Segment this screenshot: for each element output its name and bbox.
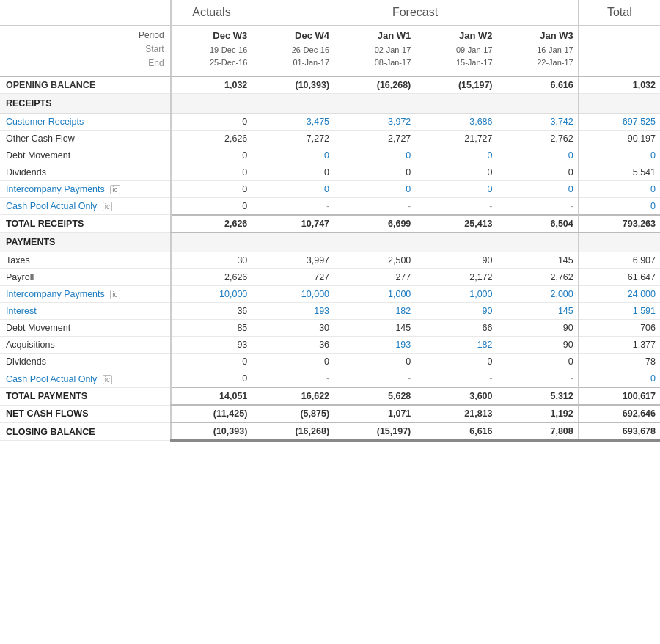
label-intercompany-payments-receipts: Intercompany Payments ic (0, 180, 171, 197)
value-intercompany-payments-receipts-4: 0 (497, 180, 579, 197)
row-debt-movement-receipts: Debt Movement000000 (0, 147, 660, 164)
value-debt-movement-receipts-5: 0 (579, 147, 660, 164)
label-debt-movement-pay: Debt Movement (0, 320, 171, 337)
period-label-header: Period Start End (0, 26, 171, 76)
value-dividends-pay-3: 0 (415, 354, 496, 370)
value-cash-pool-actual-receipts-1: - (252, 197, 334, 215)
value-cash-pool-actual-receipts-5: 0 (579, 197, 660, 215)
value-intercompany-payments-pay-5: 24,000 (579, 286, 660, 303)
row-intercompany-payments-receipts: Intercompany Payments ic000000 (0, 180, 660, 197)
value-total-receipts-3: 25,413 (415, 215, 496, 233)
value-cash-pool-actual-pay-5: 0 (579, 370, 660, 388)
label-customer-receipts: Customer Receipts (0, 113, 171, 130)
main-table-container: Actuals Forecast Total Period Start End … (0, 0, 660, 442)
value-payroll-5: 61,647 (579, 269, 660, 286)
value-cash-pool-actual-receipts-3: - (415, 197, 496, 215)
label-total-receipts: TOTAL RECEIPTS (0, 215, 171, 233)
value-acquisitions-3: 182 (415, 337, 496, 354)
value-acquisitions-1: 36 (252, 337, 334, 354)
label-net-cash-flows: NET CASH FLOWS (0, 405, 171, 422)
value-total-payments-5: 100,617 (579, 387, 660, 405)
value-debt-movement-pay-0: 85 (171, 320, 252, 337)
label-other-cash-flow: Other Cash Flow (0, 130, 171, 147)
value-intercompany-payments-receipts-2: 0 (334, 180, 415, 197)
value-customer-receipts-5: 697,525 (579, 113, 660, 130)
value-payments-header-1 (252, 233, 334, 252)
value-interest-3: 90 (415, 303, 496, 320)
section-header-row: Actuals Forecast Total (0, 0, 660, 26)
label-payroll: Payroll (0, 269, 171, 286)
value-dividends-receipts-0: 0 (171, 164, 252, 180)
value-payments-header-5 (579, 233, 660, 252)
row-interest: Interest36193182901451,591 (0, 303, 660, 320)
value-debt-movement-pay-1: 30 (252, 320, 334, 337)
value-interest-0: 36 (171, 303, 252, 320)
value-net-cash-flows-2: 1,071 (334, 405, 415, 422)
value-payroll-1: 727 (252, 269, 334, 286)
value-acquisitions-2: 193 (334, 337, 415, 354)
value-taxes-1: 3,997 (252, 252, 334, 269)
value-total-receipts-5: 793,263 (579, 215, 660, 233)
value-intercompany-payments-receipts-5: 0 (579, 180, 660, 197)
row-total-payments: TOTAL PAYMENTS14,05116,6225,6283,6005,31… (0, 387, 660, 405)
value-intercompany-payments-pay-3: 1,000 (415, 286, 496, 303)
value-total-payments-4: 5,312 (497, 387, 579, 405)
value-customer-receipts-3: 3,686 (415, 113, 496, 130)
value-interest-4: 145 (497, 303, 579, 320)
row-payments-header: PAYMENTS (0, 233, 660, 252)
value-debt-movement-receipts-4: 0 (497, 147, 579, 164)
value-debt-movement-pay-3: 66 (415, 320, 496, 337)
value-cash-pool-actual-receipts-4: - (497, 197, 579, 215)
value-customer-receipts-0: 0 (171, 113, 252, 130)
row-other-cash-flow: Other Cash Flow2,6267,2722,72721,7272,76… (0, 130, 660, 147)
value-total-payments-1: 16,622 (252, 387, 334, 405)
value-taxes-4: 145 (497, 252, 579, 269)
empty-header (0, 0, 171, 26)
row-dividends-receipts: Dividends000005,541 (0, 164, 660, 180)
value-customer-receipts-1: 3,475 (252, 113, 334, 130)
value-taxes-2: 2,500 (334, 252, 415, 269)
row-debt-movement-pay: Debt Movement85301456690706 (0, 320, 660, 337)
value-payroll-3: 2,172 (415, 269, 496, 286)
value-receipts-header-3 (415, 93, 496, 113)
label-debt-movement-receipts: Debt Movement (0, 147, 171, 164)
value-payroll-2: 277 (334, 269, 415, 286)
row-payroll: Payroll2,6267272772,1722,76261,647 (0, 269, 660, 286)
label-acquisitions: Acquisitions (0, 337, 171, 354)
value-closing-balance-1: (16,268) (252, 422, 334, 441)
value-receipts-header-0 (171, 93, 252, 113)
col-dec-w3: Dec W3 19-Dec-16 25-Dec-16 (171, 26, 252, 76)
value-debt-movement-receipts-3: 0 (415, 147, 496, 164)
value-debt-movement-pay-2: 145 (334, 320, 415, 337)
value-taxes-5: 6,907 (579, 252, 660, 269)
value-dividends-receipts-1: 0 (252, 164, 334, 180)
ic-badge: ic (103, 202, 112, 211)
value-intercompany-payments-receipts-1: 0 (252, 180, 334, 197)
value-interest-5: 1,591 (579, 303, 660, 320)
value-opening-balance-0: 1,032 (171, 76, 252, 94)
row-taxes: Taxes303,9972,500901456,907 (0, 252, 660, 269)
value-net-cash-flows-1: (5,875) (252, 405, 334, 422)
value-net-cash-flows-0: (11,425) (171, 405, 252, 422)
col-total (579, 26, 660, 76)
value-customer-receipts-2: 3,972 (334, 113, 415, 130)
value-dividends-pay-2: 0 (334, 354, 415, 370)
value-payments-header-2 (334, 233, 415, 252)
value-total-receipts-0: 2,626 (171, 215, 252, 233)
row-net-cash-flows: NET CASH FLOWS(11,425)(5,875)1,07121,813… (0, 405, 660, 422)
value-total-receipts-2: 6,699 (334, 215, 415, 233)
row-intercompany-payments-pay: Intercompany Payments ic10,00010,0001,00… (0, 286, 660, 303)
value-total-receipts-4: 6,504 (497, 215, 579, 233)
value-total-payments-2: 5,628 (334, 387, 415, 405)
label-receipts-header: RECEIPTS (0, 93, 171, 113)
total-section-header: Total (579, 0, 660, 26)
label-payments-header: PAYMENTS (0, 233, 171, 252)
label-interest: Interest (0, 303, 171, 320)
value-opening-balance-4: 6,616 (497, 76, 579, 94)
value-dividends-pay-4: 0 (497, 354, 579, 370)
value-cash-pool-actual-pay-4: - (497, 370, 579, 388)
value-cash-pool-actual-pay-3: - (415, 370, 496, 388)
label-cash-pool-actual-pay: Cash Pool Actual Only ic (0, 370, 171, 388)
value-payroll-4: 2,762 (497, 269, 579, 286)
value-closing-balance-0: (10,393) (171, 422, 252, 441)
